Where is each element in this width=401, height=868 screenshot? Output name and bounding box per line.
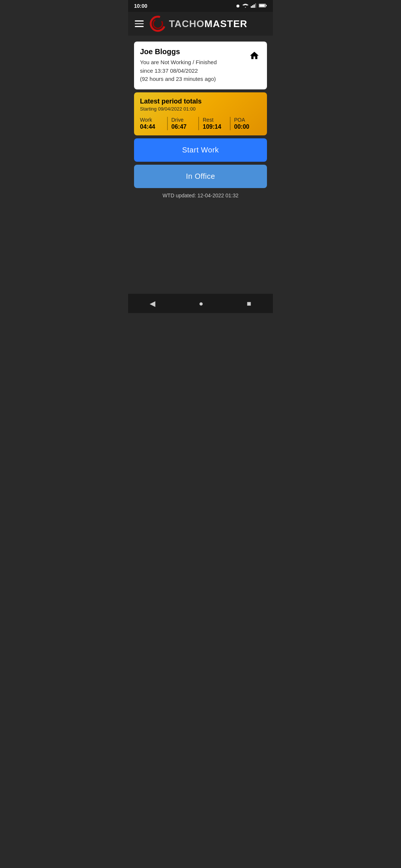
back-nav-button[interactable]: ◀ bbox=[142, 297, 163, 310]
stat-work-label: Work bbox=[140, 117, 167, 123]
stat-poa: POA 00:00 bbox=[230, 117, 261, 130]
logo-container: TACHO MASTER bbox=[150, 16, 268, 32]
period-subtitle: Starting 09/04/2022 01:00 bbox=[140, 106, 261, 112]
home-nav-button[interactable]: ● bbox=[191, 297, 211, 310]
svg-rect-0 bbox=[251, 6, 252, 8]
svg-rect-2 bbox=[254, 4, 255, 8]
user-status-card: Joe Bloggs You are Not Working / Finishe… bbox=[134, 42, 267, 89]
svg-rect-3 bbox=[255, 3, 256, 8]
stat-poa-value: 00:00 bbox=[234, 124, 261, 130]
signal-icon bbox=[251, 3, 257, 9]
stat-rest: Rest 109:14 bbox=[198, 117, 230, 130]
record-icon: ⏺ bbox=[236, 3, 240, 9]
menu-button[interactable] bbox=[133, 19, 145, 29]
stat-drive: Drive 06:47 bbox=[167, 117, 199, 130]
user-name: Joe Bloggs bbox=[140, 47, 243, 56]
period-title: Latest period totals bbox=[140, 98, 261, 105]
status-line2: since 13:37 08/04/2022 bbox=[140, 68, 198, 74]
battery-icon bbox=[259, 3, 267, 9]
status-icons: ⏺ bbox=[236, 3, 267, 9]
user-info: Joe Bloggs You are Not Working / Finishe… bbox=[140, 47, 243, 83]
stat-work: Work 04:44 bbox=[140, 117, 167, 130]
svg-rect-1 bbox=[252, 5, 253, 8]
stat-drive-value: 06:47 bbox=[172, 124, 199, 130]
recent-nav-button[interactable]: ■ bbox=[239, 297, 258, 310]
stat-work-value: 04:44 bbox=[140, 124, 167, 130]
main-content: Joe Bloggs You are Not Working / Finishe… bbox=[128, 36, 273, 294]
app-bar: TACHO MASTER bbox=[128, 12, 273, 36]
menu-line-2 bbox=[135, 23, 144, 24]
wtd-updated: WTD updated: 12-04-2022 01:32 bbox=[134, 193, 267, 198]
in-office-button[interactable]: In Office bbox=[134, 165, 267, 188]
period-totals-card: Latest period totals Starting 09/04/2022… bbox=[134, 92, 267, 135]
user-status: You are Not Working / Finished since 13:… bbox=[140, 58, 243, 83]
logo-master: MASTER bbox=[205, 18, 248, 30]
logo-tacho: TACHO bbox=[169, 18, 205, 30]
stat-drive-label: Drive bbox=[172, 117, 199, 123]
status-time: 10:00 bbox=[134, 3, 147, 9]
stat-poa-label: POA bbox=[234, 117, 261, 123]
logo-ring-icon bbox=[150, 16, 166, 32]
menu-line-1 bbox=[135, 20, 144, 22]
svg-rect-6 bbox=[259, 4, 265, 7]
home-button[interactable] bbox=[248, 49, 261, 63]
status-line1: You are Not Working / Finished bbox=[140, 59, 217, 65]
status-bar: 10:00 ⏺ bbox=[128, 0, 273, 12]
menu-line-3 bbox=[135, 26, 144, 27]
stat-rest-value: 109:14 bbox=[203, 124, 230, 130]
logo-text: TACHO MASTER bbox=[169, 18, 247, 30]
svg-point-8 bbox=[153, 19, 163, 29]
svg-rect-5 bbox=[266, 5, 267, 6]
period-stats: Work 04:44 Drive 06:47 Rest 109:14 POA 0… bbox=[140, 117, 261, 130]
wifi-icon bbox=[242, 3, 248, 9]
start-work-button[interactable]: Start Work bbox=[134, 138, 267, 162]
stat-rest-label: Rest bbox=[203, 117, 230, 123]
home-icon bbox=[249, 50, 260, 61]
status-line3: (92 hours and 23 minutes ago) bbox=[140, 76, 216, 82]
navigation-bar: ◀ ● ■ bbox=[128, 294, 273, 313]
